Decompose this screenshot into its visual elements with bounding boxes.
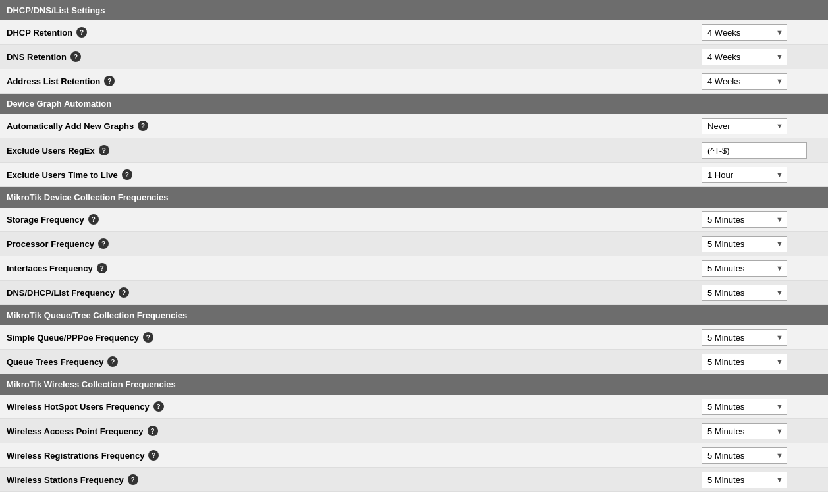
value-processor-frequency: 5 Minutes1 Minute10 Minutes15 Minutes30 … <box>696 233 828 255</box>
label-text-dns-retention: DNS Retention <box>7 52 67 62</box>
help-icon-processor-frequency[interactable]: ? <box>98 238 109 249</box>
section-header-mikrotik-queue-tree: MikroTik Queue/Tree Collection Frequenci… <box>0 305 828 325</box>
value-dns-retention: 4 Weeks1 Week2 Weeks8 Weeks▼ <box>696 46 828 68</box>
value-wireless-stations-frequency: 5 Minutes1 Minute10 Minutes15 Minutes30 … <box>696 469 828 491</box>
help-icon-wireless-hotspot-users-frequency[interactable]: ? <box>153 401 164 412</box>
label-text-wireless-access-point-frequency: Wireless Access Point Frequency <box>7 426 144 436</box>
select-address-list-retention[interactable]: 4 Weeks1 Week2 Weeks8 Weeks <box>702 73 787 90</box>
select-wireless-registrations-frequency[interactable]: 5 Minutes1 Minute10 Minutes15 Minutes30 … <box>702 447 787 464</box>
row-wireless-access-point-frequency: Wireless Access Point Frequency?5 Minute… <box>0 419 828 443</box>
label-simple-queue-pppoe-frequency: Simple Queue/PPPoe Frequency? <box>0 327 696 348</box>
row-exclude-users-regex: Exclude Users RegEx? <box>0 138 828 163</box>
select-wrapper-simple-queue-pppoe-frequency: 5 Minutes1 Minute10 Minutes15 Minutes30 … <box>702 329 787 346</box>
help-icon-simple-queue-pppoe-frequency[interactable]: ? <box>143 332 153 343</box>
select-wrapper-queue-trees-frequency: 5 Minutes1 Minute10 Minutes15 Minutes30 … <box>702 354 787 370</box>
help-icon-auto-add-new-graphs[interactable]: ? <box>138 121 148 131</box>
select-wrapper-wireless-stations-frequency: 5 Minutes1 Minute10 Minutes15 Minutes30 … <box>702 472 787 488</box>
select-wrapper-dns-dhcp-list-frequency: 5 Minutes1 Minute10 Minutes15 Minutes30 … <box>702 285 787 301</box>
value-simple-queue-pppoe-frequency: 5 Minutes1 Minute10 Minutes15 Minutes30 … <box>696 327 828 349</box>
label-text-auto-add-new-graphs: Automatically Add New Graphs <box>7 121 134 131</box>
label-text-simple-queue-pppoe-frequency: Simple Queue/PPPoe Frequency <box>7 333 139 343</box>
select-processor-frequency[interactable]: 5 Minutes1 Minute10 Minutes15 Minutes30 … <box>702 236 787 252</box>
label-auto-add-new-graphs: Automatically Add New Graphs? <box>0 115 696 136</box>
label-text-storage-frequency: Storage Frequency <box>7 215 84 225</box>
label-text-queue-trees-frequency: Queue Trees Frequency <box>7 357 103 367</box>
select-wireless-access-point-frequency[interactable]: 5 Minutes1 Minute10 Minutes15 Minutes30 … <box>702 423 787 439</box>
label-queue-trees-frequency: Queue Trees Frequency? <box>0 351 696 372</box>
input-exclude-users-regex[interactable] <box>702 142 807 159</box>
row-dns-dhcp-list-frequency: DNS/DHCP/List Frequency?5 Minutes1 Minut… <box>0 281 828 305</box>
help-icon-wireless-registrations-frequency[interactable]: ? <box>148 450 159 461</box>
help-icon-exclude-users-regex[interactable]: ? <box>99 145 109 155</box>
select-wrapper-exclude-users-ttl: 1 Hour2 Hours4 Hours12 Hours24 Hours▼ <box>702 167 787 183</box>
select-dhcp-retention[interactable]: 4 Weeks1 Week2 Weeks8 Weeks <box>702 24 787 41</box>
row-wireless-registrations-frequency: Wireless Registrations Frequency?5 Minut… <box>0 443 828 468</box>
label-text-wireless-registrations-frequency: Wireless Registrations Frequency <box>7 451 144 461</box>
select-wrapper-storage-frequency: 5 Minutes1 Minute10 Minutes15 Minutes30 … <box>702 211 787 228</box>
value-queue-trees-frequency: 5 Minutes1 Minute10 Minutes15 Minutes30 … <box>696 351 828 373</box>
row-interfaces-frequency: Interfaces Frequency?5 Minutes1 Minute10… <box>0 256 828 281</box>
select-wrapper-wireless-hotspot-users-frequency: 5 Minutes1 Minute10 Minutes15 Minutes30 … <box>702 399 787 415</box>
value-dns-dhcp-list-frequency: 5 Minutes1 Minute10 Minutes15 Minutes30 … <box>696 282 828 304</box>
label-text-dhcp-retention: DHCP Retention <box>7 28 72 38</box>
value-interfaces-frequency: 5 Minutes1 Minute10 Minutes15 Minutes30 … <box>696 258 828 279</box>
select-exclude-users-ttl[interactable]: 1 Hour2 Hours4 Hours12 Hours24 Hours <box>702 167 787 183</box>
select-wrapper-wireless-registrations-frequency: 5 Minutes1 Minute10 Minutes15 Minutes30 … <box>702 447 787 464</box>
label-exclude-users-ttl: Exclude Users Time to Live? <box>0 164 696 185</box>
select-interfaces-frequency[interactable]: 5 Minutes1 Minute10 Minutes15 Minutes30 … <box>702 260 787 277</box>
help-icon-exclude-users-ttl[interactable]: ? <box>122 169 132 180</box>
label-storage-frequency: Storage Frequency? <box>0 209 696 230</box>
label-dhcp-retention: DHCP Retention? <box>0 22 696 43</box>
help-icon-dhcp-retention[interactable]: ? <box>76 27 87 38</box>
label-address-list-retention: Address List Retention? <box>0 70 696 92</box>
row-wireless-hotspot-users-frequency: Wireless HotSpot Users Frequency?5 Minut… <box>0 395 828 419</box>
select-wireless-hotspot-users-frequency[interactable]: 5 Minutes1 Minute10 Minutes15 Minutes30 … <box>702 399 787 415</box>
select-queue-trees-frequency[interactable]: 5 Minutes1 Minute10 Minutes15 Minutes30 … <box>702 354 787 370</box>
value-exclude-users-regex <box>696 140 828 161</box>
select-wrapper-dhcp-retention: 4 Weeks1 Week2 Weeks8 Weeks▼ <box>702 24 787 41</box>
select-dns-retention[interactable]: 4 Weeks1 Week2 Weeks8 Weeks <box>702 49 787 65</box>
select-auto-add-new-graphs[interactable]: NeverAlwaysWeekly <box>702 118 787 134</box>
row-storage-frequency: Storage Frequency?5 Minutes1 Minute10 Mi… <box>0 208 828 232</box>
select-wrapper-auto-add-new-graphs: NeverAlwaysWeekly▼ <box>702 118 787 134</box>
label-text-interfaces-frequency: Interfaces Frequency <box>7 264 93 273</box>
value-address-list-retention: 4 Weeks1 Week2 Weeks8 Weeks▼ <box>696 70 828 92</box>
help-icon-address-list-retention[interactable]: ? <box>104 76 115 86</box>
value-exclude-users-ttl: 1 Hour2 Hours4 Hours12 Hours24 Hours▼ <box>696 164 828 186</box>
select-wireless-stations-frequency[interactable]: 5 Minutes1 Minute10 Minutes15 Minutes30 … <box>702 472 787 488</box>
select-storage-frequency[interactable]: 5 Minutes1 Minute10 Minutes15 Minutes30 … <box>702 211 787 228</box>
help-icon-wireless-stations-frequency[interactable]: ? <box>128 474 138 485</box>
label-interfaces-frequency: Interfaces Frequency? <box>0 258 696 279</box>
value-storage-frequency: 5 Minutes1 Minute10 Minutes15 Minutes30 … <box>696 209 828 231</box>
help-icon-queue-trees-frequency[interactable]: ? <box>107 356 118 367</box>
row-auto-add-new-graphs: Automatically Add New Graphs?NeverAlways… <box>0 114 828 138</box>
row-dhcp-retention: DHCP Retention?4 Weeks1 Week2 Weeks8 Wee… <box>0 20 828 45</box>
label-dns-retention: DNS Retention? <box>0 46 696 67</box>
help-icon-wireless-access-point-frequency[interactable]: ? <box>148 426 158 436</box>
row-dns-retention: DNS Retention?4 Weeks1 Week2 Weeks8 Week… <box>0 45 828 69</box>
section-header-mikrotik-device-collection: MikroTik Device Collection Frequencies <box>0 187 828 208</box>
label-text-dns-dhcp-list-frequency: DNS/DHCP/List Frequency <box>7 288 115 298</box>
label-dns-dhcp-list-frequency: DNS/DHCP/List Frequency? <box>0 282 696 303</box>
select-wrapper-wireless-access-point-frequency: 5 Minutes1 Minute10 Minutes15 Minutes30 … <box>702 423 787 439</box>
label-text-exclude-users-ttl: Exclude Users Time to Live <box>7 170 118 180</box>
section-header-dhcp-dns-list-settings: DHCP/DNS/List Settings <box>0 0 828 20</box>
label-text-wireless-hotspot-users-frequency: Wireless HotSpot Users Frequency <box>7 402 150 412</box>
row-processor-frequency: Processor Frequency?5 Minutes1 Minute10 … <box>0 232 828 256</box>
row-simple-queue-pppoe-frequency: Simple Queue/PPPoe Frequency?5 Minutes1 … <box>0 325 828 350</box>
help-icon-storage-frequency[interactable]: ? <box>88 214 99 225</box>
label-wireless-stations-frequency: Wireless Stations Frequency? <box>0 469 696 490</box>
select-wrapper-processor-frequency: 5 Minutes1 Minute10 Minutes15 Minutes30 … <box>702 236 787 252</box>
row-address-list-retention: Address List Retention?4 Weeks1 Week2 We… <box>0 69 828 94</box>
select-wrapper-interfaces-frequency: 5 Minutes1 Minute10 Minutes15 Minutes30 … <box>702 260 787 277</box>
section-header-device-graph-automation: Device Graph Automation <box>0 94 828 114</box>
label-exclude-users-regex: Exclude Users RegEx? <box>0 140 696 161</box>
help-icon-dns-retention[interactable]: ? <box>70 51 81 62</box>
select-wrapper-address-list-retention: 4 Weeks1 Week2 Weeks8 Weeks▼ <box>702 73 787 90</box>
row-exclude-users-ttl: Exclude Users Time to Live?1 Hour2 Hours… <box>0 163 828 187</box>
help-icon-dns-dhcp-list-frequency[interactable]: ? <box>119 287 129 298</box>
help-icon-interfaces-frequency[interactable]: ? <box>97 263 107 273</box>
select-dns-dhcp-list-frequency[interactable]: 5 Minutes1 Minute10 Minutes15 Minutes30 … <box>702 285 787 301</box>
value-wireless-access-point-frequency: 5 Minutes1 Minute10 Minutes15 Minutes30 … <box>696 420 828 442</box>
select-simple-queue-pppoe-frequency[interactable]: 5 Minutes1 Minute10 Minutes15 Minutes30 … <box>702 329 787 346</box>
